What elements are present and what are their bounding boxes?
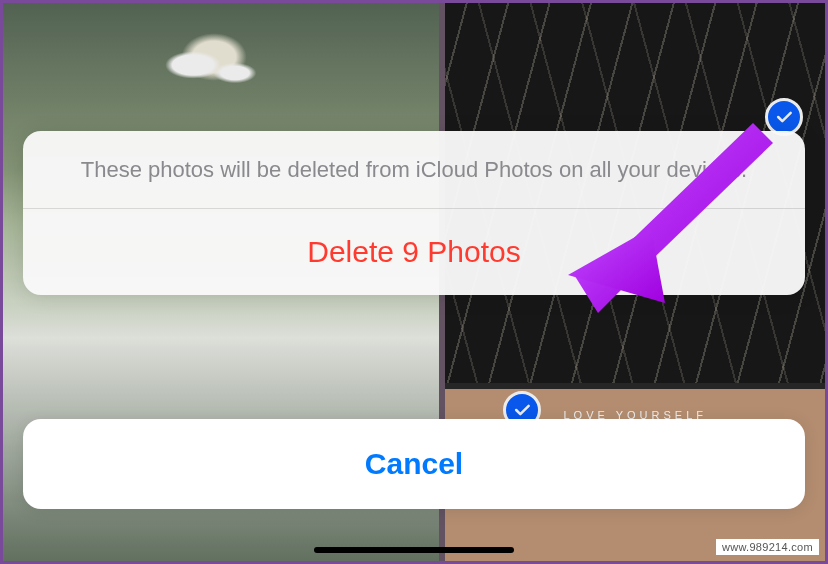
- delete-photos-button[interactable]: Delete 9 Photos: [23, 209, 805, 295]
- watermark: www.989214.com: [716, 539, 819, 555]
- cancel-button[interactable]: Cancel: [23, 419, 805, 509]
- home-indicator[interactable]: [314, 547, 514, 553]
- delete-action-sheet: These photos will be deleted from iCloud…: [23, 131, 805, 295]
- sheet-message: These photos will be deleted from iCloud…: [23, 131, 805, 209]
